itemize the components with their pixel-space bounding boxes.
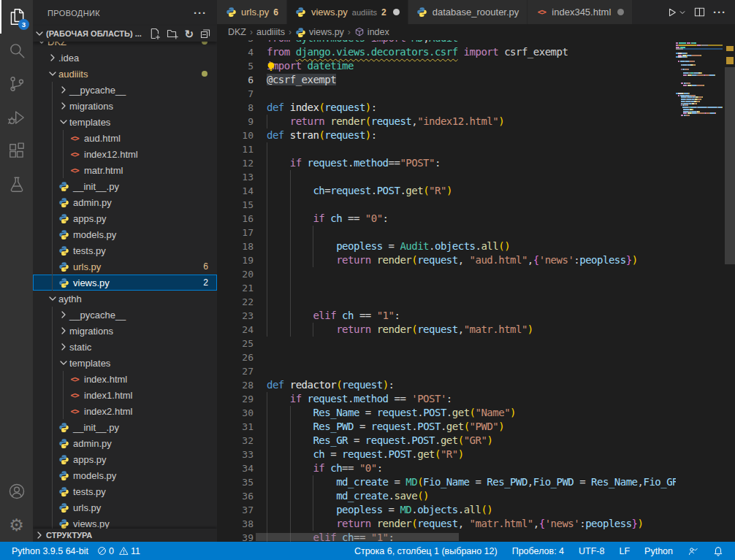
notifications-bell-icon[interactable]	[709, 546, 728, 556]
code-line[interactable]: 7	[217, 87, 676, 101]
breadcrumb-item[interactable]: views.py	[295, 27, 344, 38]
tree-item-templates[interactable]: templates	[33, 114, 217, 130]
code-line[interactable]: 24 return render(request,"matr.html")	[217, 323, 676, 337]
horizontal-scrollbar[interactable]	[256, 533, 459, 541]
tree-item-models-py[interactable]: models.py	[33, 226, 217, 242]
extensions-icon[interactable]	[0, 134, 33, 168]
tree-item-dkz[interactable]: DKZ	[33, 42, 217, 50]
code-line[interactable]: 36 md_create.save()	[217, 489, 676, 503]
tab-views-py[interactable]: views.pyaudiiits2	[287, 0, 408, 24]
accounts-icon[interactable]	[0, 475, 33, 508]
tree-item-views-py[interactable]: views.py2	[33, 275, 217, 291]
tree-item-matr-html[interactable]: <>matr.html	[33, 162, 217, 178]
code-line[interactable]: 15	[217, 198, 676, 212]
more-actions-icon[interactable]: ···	[713, 6, 726, 18]
tree-item-aythh[interactable]: aythh	[33, 291, 217, 307]
code-line[interactable]: 14 ch=request.POST.get("R")	[217, 184, 676, 198]
tab-urls-py[interactable]: urls.py6	[217, 0, 286, 24]
tree-item--pycache-[interactable]: __pycache__	[33, 307, 217, 323]
lightbulb-icon[interactable]	[266, 61, 276, 72]
code-line[interactable]: 32 Res_GR = request.POST.get("GR")	[217, 434, 676, 448]
code-line[interactable]: 6@csrf_exempt	[217, 73, 676, 87]
code-line[interactable]: 31 Res_PWD = request.POST.get("PWD")	[217, 420, 676, 434]
code-line[interactable]: 27	[217, 364, 676, 378]
code-line[interactable]: 33 ch = request.POST.get("R")	[217, 448, 676, 461]
dirty-indicator[interactable]	[393, 9, 400, 15]
tree-item-audiiits[interactable]: audiiits	[33, 66, 217, 82]
code-line[interactable]: 12 if request.method=="POST":	[217, 156, 676, 170]
tree-item-tests-py[interactable]: tests.py	[33, 242, 217, 258]
refresh-icon[interactable]: ↻	[184, 28, 194, 39]
language-mode[interactable]: Python	[640, 546, 677, 556]
tree-item-migrations[interactable]: migrations	[33, 323, 217, 339]
tree-item--pycache-[interactable]: __pycache__	[33, 82, 217, 98]
collapse-all-icon[interactable]	[199, 28, 211, 39]
tree-item-index-html[interactable]: <>index.html	[33, 371, 217, 387]
testing-icon[interactable]	[0, 168, 33, 202]
tree-item-views-py[interactable]: views.py	[33, 515, 217, 529]
code-line[interactable]: 25	[217, 337, 676, 350]
breadcrumb-item[interactable]: DKZ	[228, 27, 246, 37]
problems-indicator[interactable]: 0 11	[93, 546, 145, 556]
more-actions-icon[interactable]: ···	[194, 7, 207, 19]
split-editor-icon[interactable]	[694, 7, 705, 18]
code-line[interactable]: 20	[217, 267, 676, 281]
code-line[interactable]: 37 peopless = MD.objects.all()	[217, 503, 676, 517]
tree-item-apps-py[interactable]: apps.py	[33, 210, 217, 226]
vertical-scrollbar[interactable]	[725, 67, 735, 264]
cursor-position[interactable]: Строка 6, столбец 1 (выбрано 12)	[350, 546, 502, 556]
source-control-icon[interactable]	[0, 67, 33, 101]
code-line[interactable]: 9 return render(request,"index12.html")	[217, 115, 676, 129]
tab-database-roouter-py[interactable]: database_roouter.py	[408, 0, 528, 24]
code-line[interactable]: 35 md_create = MD(Fio_Name = Res_PWD,Fio…	[217, 475, 676, 489]
settings-icon[interactable]: ⚙	[0, 508, 33, 542]
new-folder-icon[interactable]	[167, 28, 178, 39]
code-line[interactable]: 26	[217, 350, 676, 364]
tree-item--init-py[interactable]: __init__.py	[33, 178, 217, 194]
run-button[interactable]	[667, 7, 686, 18]
tree-item-index1-html[interactable]: <>index1.html	[33, 387, 217, 403]
indentation-setting[interactable]: Пробелов: 4	[508, 546, 568, 556]
python-interpreter[interactable]: Python 3.9.5 64-bit	[7, 546, 93, 556]
code-line[interactable]: 23 elif ch == "1":	[217, 309, 676, 323]
tree-item-migrations[interactable]: migrations	[33, 98, 217, 114]
tree-item-admin-py[interactable]: admin.py	[33, 194, 217, 210]
outline-section-header[interactable]: СТРУКТУРА	[33, 529, 217, 542]
code-line[interactable]: 22	[217, 295, 676, 309]
tree-item-urls-py[interactable]: urls.py	[33, 499, 217, 515]
tree-item-apps-py[interactable]: apps.py	[33, 451, 217, 467]
breadcrumb-item[interactable]: audiiits	[256, 27, 285, 37]
code-line[interactable]: 29 if request.method == 'POST':	[217, 392, 676, 406]
run-debug-icon[interactable]	[0, 101, 33, 134]
code-line[interactable]: 8def index(request):	[217, 101, 676, 115]
search-icon[interactable]	[0, 34, 33, 67]
code-editor[interactable]: 3from aythh.models import MD,Audit4from …	[217, 40, 676, 542]
code-line[interactable]: 13	[217, 170, 676, 184]
tree-item-index2-html[interactable]: <>index2.html	[33, 403, 217, 419]
code-line[interactable]: 17	[217, 226, 676, 239]
tab-index345-html[interactable]: <>index345.html	[528, 0, 632, 24]
eol-setting[interactable]: LF	[614, 546, 634, 556]
code-line[interactable]: 10def stran(request):	[217, 129, 676, 142]
code-line[interactable]: 16 if ch == "0":	[217, 212, 676, 226]
breadcrumb-item[interactable]: index	[354, 27, 389, 37]
code-line[interactable]: 11	[217, 142, 676, 156]
explorer-icon[interactable]: 3	[0, 0, 33, 34]
feedback-icon[interactable]	[683, 546, 703, 556]
tree-item-tests-py[interactable]: tests.py	[33, 483, 217, 499]
code-line[interactable]: 5import datetime	[217, 59, 676, 73]
code-line[interactable]: 30 Res_Name = request.POST.get("Name")	[217, 406, 676, 420]
encoding-setting[interactable]: UTF-8	[574, 546, 609, 556]
new-file-icon[interactable]	[149, 28, 161, 39]
code-line[interactable]: 38 return render(request, "matr.html",{'…	[217, 517, 676, 531]
code-line[interactable]: 28def redactor(request):	[217, 378, 676, 392]
dirty-indicator[interactable]	[617, 9, 624, 15]
minimap[interactable]	[676, 42, 723, 117]
code-line[interactable]: 4from django.views.decorators.csrf impor…	[217, 45, 676, 59]
tree-item-templates[interactable]: templates	[33, 355, 217, 371]
code-line[interactable]: 18 peopless = Audit.objects.all()	[217, 239, 676, 253]
tree-item--idea[interactable]: .idea	[33, 50, 217, 66]
tree-item-aud-html[interactable]: <>aud.html	[33, 130, 217, 146]
tree-item-urls-py[interactable]: urls.py6	[33, 258, 217, 275]
tree-item-index12-html[interactable]: <>index12.html	[33, 146, 217, 162]
